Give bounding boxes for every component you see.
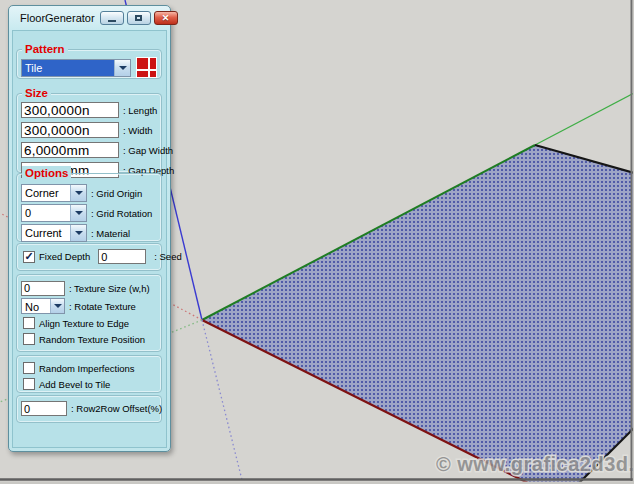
random-imperfections-row: Random Imperfections <box>23 360 157 376</box>
gap-width-label: : Gap Width <box>123 145 173 156</box>
width-input[interactable] <box>21 122 119 138</box>
grid-rotation-row: 0 : Grid Rotation <box>21 203 157 223</box>
grid-rotation-value: 0 <box>22 205 70 221</box>
tile-pattern-icon <box>136 57 157 78</box>
maximize-button[interactable] <box>127 11 151 25</box>
rotate-texture-label: : Rotate Texture <box>69 301 136 312</box>
pattern-combobox-button[interactable] <box>114 60 130 76</box>
seed-input[interactable] <box>98 249 146 264</box>
gap-width-input[interactable] <box>21 142 119 158</box>
add-bevel-label: Add Bevel to Tile <box>39 379 110 390</box>
pattern-combobox-value: Tile <box>22 60 114 76</box>
titlebar[interactable]: FloorGenerator ✕ <box>9 6 170 30</box>
grid-origin-combobox[interactable]: Corner <box>21 184 87 202</box>
rotate-texture-combobox[interactable]: No <box>21 298 65 314</box>
texture-groupbox: : Texture Size (w,h) No : Rotate Texture… <box>16 274 162 352</box>
rotate-texture-combobox-button[interactable] <box>50 299 64 313</box>
close-icon: ✕ <box>162 14 170 23</box>
texture-size-label: : Texture Size (w,h) <box>69 283 150 294</box>
check-icon: ✓ <box>24 251 33 262</box>
grid-origin-combobox-button[interactable] <box>70 185 86 201</box>
grid-rotation-combobox[interactable]: 0 <box>21 204 87 222</box>
texture-size-row: : Texture Size (w,h) <box>21 279 157 297</box>
depth-groupbox: ✓ Fixed Depth : Seed <box>16 243 162 271</box>
watermark: © www.grafica2d3d.com <box>436 453 634 475</box>
minimize-button[interactable] <box>100 11 124 25</box>
size-legend: Size <box>22 86 51 100</box>
grid-origin-value: Corner <box>22 185 70 201</box>
grid-rotation-label: : Grid Rotation <box>91 208 152 219</box>
grid-origin-row: Corner : Grid Origin <box>21 183 157 203</box>
length-row: : Length <box>21 100 157 120</box>
material-value: Current <box>22 225 70 241</box>
dialog-client-area: Pattern Tile Size <box>12 30 167 448</box>
close-button[interactable]: ✕ <box>154 11 178 25</box>
width-row: : Width <box>21 120 157 140</box>
material-combobox[interactable]: Current <box>21 224 87 242</box>
row2row-groupbox: : Row2Row Offset(%) <box>16 395 162 423</box>
chevron-down-icon <box>75 211 83 215</box>
align-texture-checkbox[interactable] <box>23 317 35 329</box>
material-row: Current : Material <box>21 223 157 243</box>
random-texture-label: Random Texture Position <box>39 334 145 345</box>
fixed-depth-checkbox[interactable]: ✓ <box>23 251 35 263</box>
seed-label: : Seed <box>154 251 181 262</box>
material-combobox-button[interactable] <box>70 225 86 241</box>
length-label: : Length <box>123 105 157 116</box>
options-groupbox: Options Corner : Grid Origin 0 : Grid Ro… <box>16 173 162 242</box>
add-bevel-checkbox[interactable] <box>23 378 35 390</box>
random-imperfections-label: Random Imperfections <box>39 363 135 374</box>
floorgenerator-window: FloorGenerator ✕ Pattern Tile <box>8 5 171 452</box>
options-legend: Options <box>22 166 71 180</box>
pattern-combobox[interactable]: Tile <box>21 59 131 77</box>
imperfections-groupbox: Random Imperfections Add Bevel to Tile <box>16 355 162 393</box>
row2row-offset-input[interactable] <box>21 401 67 416</box>
size-groupbox: Size : Length : Width : Gap Width : Gap … <box>16 93 162 173</box>
grid-rotation-combobox-button[interactable] <box>70 205 86 221</box>
minimize-icon <box>108 20 116 22</box>
pattern-legend: Pattern <box>22 42 68 56</box>
length-input[interactable] <box>21 102 119 118</box>
add-bevel-row: Add Bevel to Tile <box>23 376 157 392</box>
grid-origin-label: : Grid Origin <box>91 188 142 199</box>
random-texture-checkbox[interactable] <box>23 333 35 345</box>
random-imperfections-checkbox[interactable] <box>23 362 35 374</box>
fixed-depth-label: Fixed Depth <box>39 251 90 262</box>
width-label: : Width <box>123 125 153 136</box>
row2row-offset-label: : Row2Row Offset(%) <box>71 403 162 414</box>
texture-size-input[interactable] <box>21 281 65 296</box>
window-buttons: ✕ <box>100 11 178 25</box>
chevron-down-icon <box>75 191 83 195</box>
material-label: : Material <box>91 228 130 239</box>
screenshot-root: © www.grafica2d3d.com FloorGenerator ✕ P… <box>0 0 634 484</box>
chevron-down-icon <box>75 231 83 235</box>
maximize-icon <box>135 15 142 21</box>
window-title: FloorGenerator <box>20 12 95 24</box>
chevron-down-icon <box>119 66 127 70</box>
rotate-texture-value: No <box>22 299 50 313</box>
chevron-down-icon <box>54 304 62 308</box>
pattern-groupbox: Pattern Tile <box>16 49 162 79</box>
align-texture-row: Align Texture to Edge <box>23 315 157 331</box>
rotate-texture-row: No : Rotate Texture <box>21 297 157 315</box>
random-texture-row: Random Texture Position <box>23 331 157 347</box>
gap-width-row: : Gap Width <box>21 140 157 160</box>
align-texture-label: Align Texture to Edge <box>39 318 129 329</box>
